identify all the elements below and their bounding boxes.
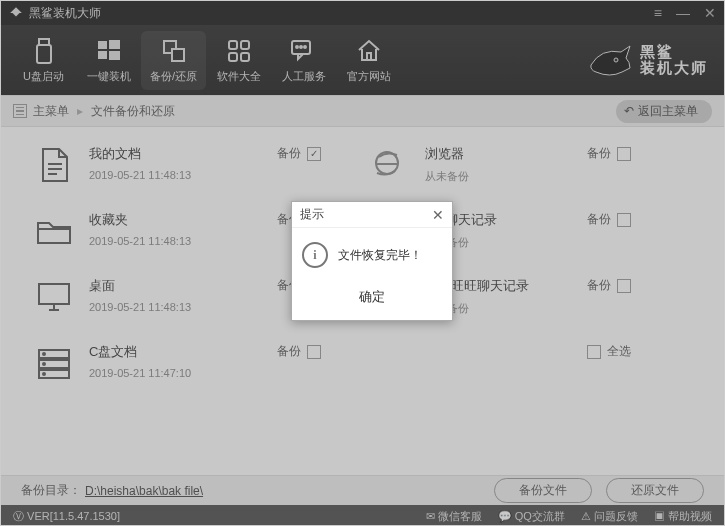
dialog-ok-button[interactable]: 确定	[359, 289, 385, 304]
info-icon: i	[302, 242, 328, 268]
prompt-dialog: 提示 ✕ i 文件恢复完毕！ 确定	[291, 201, 453, 321]
dialog-title: 提示	[300, 206, 324, 223]
dialog-close-button[interactable]: ✕	[432, 207, 444, 223]
dialog-message: 文件恢复完毕！	[338, 247, 422, 264]
